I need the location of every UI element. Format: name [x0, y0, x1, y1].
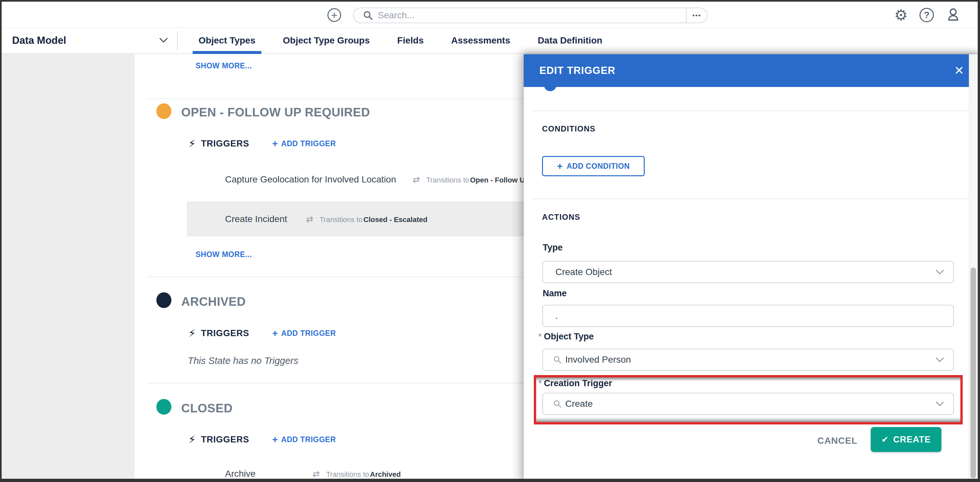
plus-icon: + — [272, 434, 278, 444]
annotation-shadow-bottom — [536, 418, 960, 422]
plus-icon: + — [557, 161, 563, 171]
app-window: + ••• ⚙ ? Data Model Object Types Object… — [0, 0, 980, 482]
transition-target: Archived — [370, 470, 401, 479]
panel-title: EDIT TRIGGER — [539, 65, 615, 76]
state-title: CLOSED — [181, 402, 232, 415]
tab-fields[interactable]: Fields — [383, 28, 438, 53]
state-dot-closed — [156, 399, 172, 415]
no-triggers-text: This State has no Triggers — [188, 355, 298, 366]
creation-trigger-label: * Creation Trigger — [542, 379, 612, 388]
lightning-bolt-icon: ⚡ — [188, 328, 196, 339]
trigger-row-selected[interactable]: Create Incident ⇄ Transitions to Closed … — [187, 201, 524, 236]
required-asterisk: * — [538, 332, 542, 341]
transitions-icon: ⇄ — [306, 214, 313, 224]
transitions-icon: ⇄ — [413, 175, 420, 185]
vertical-scrollbar[interactable] — [969, 54, 978, 479]
add-trigger-button[interactable]: + ADD TRIGGER — [272, 328, 336, 338]
transition-target: Closed - Escalated — [363, 215, 428, 224]
help-icon[interactable]: ? — [920, 8, 934, 22]
triggers-heading: TRIGGERS — [201, 434, 249, 445]
chevron-down-icon — [935, 358, 944, 362]
lightning-bolt-icon: ⚡ — [188, 138, 196, 149]
triggers-row: ⚡ TRIGGERS + ADD TRIGGER — [188, 138, 336, 149]
search-icon — [363, 10, 373, 21]
transitions-label: Transitions to — [320, 215, 363, 224]
type-label: Type — [542, 243, 563, 253]
trigger-name: Capture Geolocation for Involved Locatio… — [225, 174, 396, 185]
nav-divider — [177, 32, 178, 50]
state-divider — [147, 383, 556, 383]
state-dot-archived — [156, 292, 172, 308]
add-trigger-button[interactable]: + ADD TRIGGER — [272, 434, 336, 444]
user-profile-icon[interactable] — [946, 7, 961, 23]
top-right-icons: ⚙ ? — [894, 7, 961, 23]
search-input[interactable] — [373, 10, 686, 21]
creation-trigger-select[interactable]: Create — [542, 393, 954, 415]
add-icon[interactable]: + — [328, 8, 341, 22]
state-title: OPEN - FOLLOW UP REQUIRED — [181, 106, 370, 119]
transition-target: Open - Follow U — [470, 176, 525, 185]
object-type-value: Involved Person — [565, 355, 631, 365]
creation-trigger-value: Create — [565, 399, 593, 409]
name-label: Name — [542, 288, 567, 299]
transitions-icon: ⇄ — [313, 469, 320, 479]
type-value: Create Object — [555, 267, 612, 277]
tab-object-types[interactable]: Object Types — [185, 28, 269, 53]
cancel-button[interactable]: CANCEL — [813, 431, 862, 450]
conditions-heading: CONDITIONS — [542, 124, 596, 134]
transitions-label: Transitions to — [326, 470, 369, 479]
scrollbar-thumb[interactable] — [970, 267, 976, 479]
plus-icon: + — [272, 328, 278, 338]
edit-trigger-panel: EDIT TRIGGER ✕ CONDITIONS + ADD CONDITIO… — [524, 54, 979, 482]
panel-divider — [532, 111, 971, 111]
lightning-bolt-icon: ⚡ — [188, 434, 196, 445]
top-bar: + ••• ⚙ ? — [2, 2, 978, 28]
triggers-heading: TRIGGERS — [201, 328, 249, 339]
actions-heading: ACTIONS — [542, 213, 580, 222]
settings-gear-icon[interactable]: ⚙ — [894, 8, 908, 22]
triggers-row: ⚡ TRIGGERS + ADD TRIGGER — [188, 328, 336, 339]
name-field[interactable] — [542, 305, 954, 327]
type-select[interactable]: Create Object — [542, 261, 954, 283]
show-more-link[interactable]: SHOW MORE... — [196, 250, 252, 259]
show-more-link-top[interactable]: SHOW MORE... — [196, 62, 252, 70]
check-icon: ✔ — [881, 434, 889, 444]
tab-assessments[interactable]: Assessments — [438, 28, 524, 53]
state-dot-open-follow-up — [156, 103, 172, 119]
name-input[interactable] — [555, 311, 953, 321]
tab-data-definition[interactable]: Data Definition — [524, 28, 616, 53]
search-icon — [553, 399, 562, 409]
state-divider — [147, 99, 556, 99]
global-search: ••• — [353, 8, 708, 23]
state-title: ARCHIVED — [181, 295, 246, 309]
panel-divider — [532, 199, 971, 199]
state-divider — [147, 277, 556, 277]
required-asterisk: * — [538, 379, 542, 388]
plus-glyph: + — [331, 10, 337, 21]
trigger-name: Create Incident — [225, 214, 287, 224]
tab-strip: Object Types Object Type Groups Fields A… — [185, 28, 616, 53]
object-type-select[interactable]: Involved Person — [542, 348, 954, 371]
transitions-label: Transitions to — [426, 176, 469, 185]
chevron-down-icon — [935, 402, 944, 406]
object-type-label: * Object Type — [542, 332, 594, 342]
search-icon — [553, 355, 562, 364]
panel-header: EDIT TRIGGER ✕ — [524, 54, 979, 87]
tab-object-type-groups[interactable]: Object Type Groups — [269, 28, 384, 53]
plus-icon: + — [272, 138, 278, 148]
section-dropdown[interactable]: Data Model — [12, 28, 66, 53]
close-icon[interactable]: ✕ — [949, 54, 969, 87]
triggers-heading: TRIGGERS — [201, 138, 249, 149]
search-options-button[interactable]: ••• — [686, 8, 707, 22]
section-label: Data Model — [12, 35, 66, 46]
chevron-down-icon — [159, 38, 168, 44]
trigger-name: Archive — [225, 469, 256, 479]
triggers-row: ⚡ TRIGGERS + ADD TRIGGER — [188, 434, 336, 445]
add-trigger-button[interactable]: + ADD TRIGGER — [272, 138, 336, 148]
nav-bar: Data Model Object Types Object Type Grou… — [2, 28, 978, 54]
create-button[interactable]: ✔ CREATE — [871, 427, 942, 452]
chevron-down-icon — [935, 270, 944, 275]
add-condition-button[interactable]: + ADD CONDITION — [542, 156, 645, 176]
